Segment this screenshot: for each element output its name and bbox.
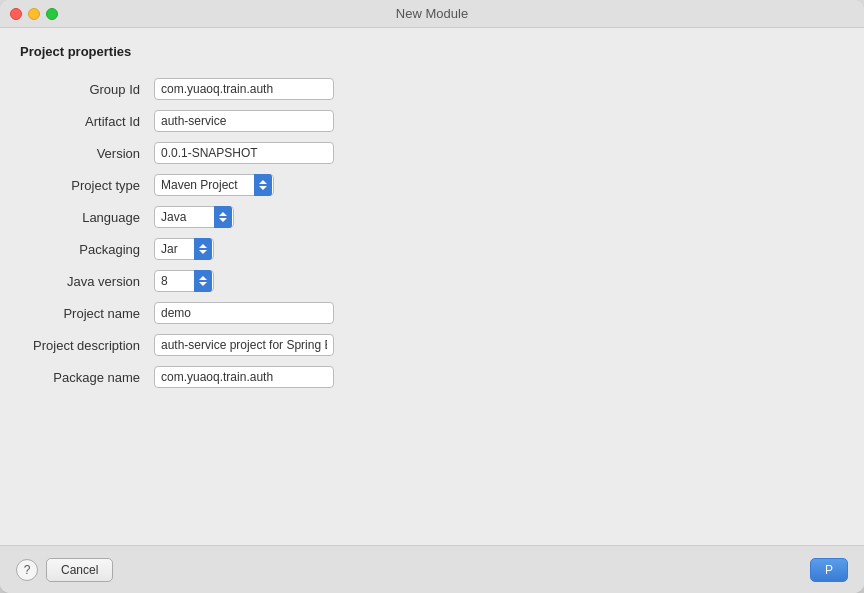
new-module-window: New Module Project properties Group IdAr… <box>0 0 864 593</box>
version-input-cell <box>150 137 844 169</box>
version-input-label: Version <box>20 137 150 169</box>
artifact-id-input[interactable] <box>154 110 334 132</box>
window-title: New Module <box>396 6 468 21</box>
group-id-input-cell <box>150 73 844 105</box>
form-row: LanguageJavaKotlinGroovy <box>20 201 844 233</box>
form-row: Artifact Id <box>20 105 844 137</box>
form-row: Project typeMaven ProjectGradle Project <box>20 169 844 201</box>
group-id-input-label: Group Id <box>20 73 150 105</box>
packaging-select-label: Packaging <box>20 233 150 265</box>
project-name-input-label: Project name <box>20 297 150 329</box>
packaging-select-cell: JarWar <box>150 233 844 265</box>
java-version-select-cell: 8111721 <box>150 265 844 297</box>
help-button[interactable]: ? <box>16 559 38 581</box>
artifact-id-input-label: Artifact Id <box>20 105 150 137</box>
project-description-input-label: Project description <box>20 329 150 361</box>
traffic-lights <box>10 8 58 20</box>
form-row: Version <box>20 137 844 169</box>
project-description-input-cell <box>150 329 844 361</box>
next-button[interactable]: P <box>810 558 848 582</box>
artifact-id-input-cell <box>150 105 844 137</box>
packaging-select-wrapper: JarWar <box>154 238 214 260</box>
project-name-input-cell <box>150 297 844 329</box>
close-button[interactable] <box>10 8 22 20</box>
project-description-input[interactable] <box>154 334 334 356</box>
form-row: Project name <box>20 297 844 329</box>
version-input[interactable] <box>154 142 334 164</box>
project-name-input[interactable] <box>154 302 334 324</box>
package-name-input-label: Package name <box>20 361 150 393</box>
project-type-select-wrapper: Maven ProjectGradle Project <box>154 174 274 196</box>
form-row: Project description <box>20 329 844 361</box>
form-table: Group IdArtifact IdVersionProject typeMa… <box>20 73 844 393</box>
language-select[interactable]: JavaKotlinGroovy <box>154 206 234 228</box>
cancel-button[interactable]: Cancel <box>46 558 113 582</box>
title-bar: New Module <box>0 0 864 28</box>
form-row: Group Id <box>20 73 844 105</box>
java-version-select-label: Java version <box>20 265 150 297</box>
project-type-select[interactable]: Maven ProjectGradle Project <box>154 174 274 196</box>
section-title: Project properties <box>20 44 844 59</box>
bottom-bar: ? Cancel P <box>0 545 864 593</box>
language-select-label: Language <box>20 201 150 233</box>
language-select-cell: JavaKotlinGroovy <box>150 201 844 233</box>
package-name-input-cell <box>150 361 844 393</box>
form-row: PackagingJarWar <box>20 233 844 265</box>
group-id-input[interactable] <box>154 78 334 100</box>
form-row: Package name <box>20 361 844 393</box>
language-select-wrapper: JavaKotlinGroovy <box>154 206 234 228</box>
maximize-button[interactable] <box>46 8 58 20</box>
project-type-select-cell: Maven ProjectGradle Project <box>150 169 844 201</box>
content-area: Project properties Group IdArtifact IdVe… <box>0 28 864 545</box>
minimize-button[interactable] <box>28 8 40 20</box>
java-version-select[interactable]: 8111721 <box>154 270 214 292</box>
project-type-select-label: Project type <box>20 169 150 201</box>
form-row: Java version8111721 <box>20 265 844 297</box>
java-version-select-wrapper: 8111721 <box>154 270 214 292</box>
packaging-select[interactable]: JarWar <box>154 238 214 260</box>
package-name-input[interactable] <box>154 366 334 388</box>
